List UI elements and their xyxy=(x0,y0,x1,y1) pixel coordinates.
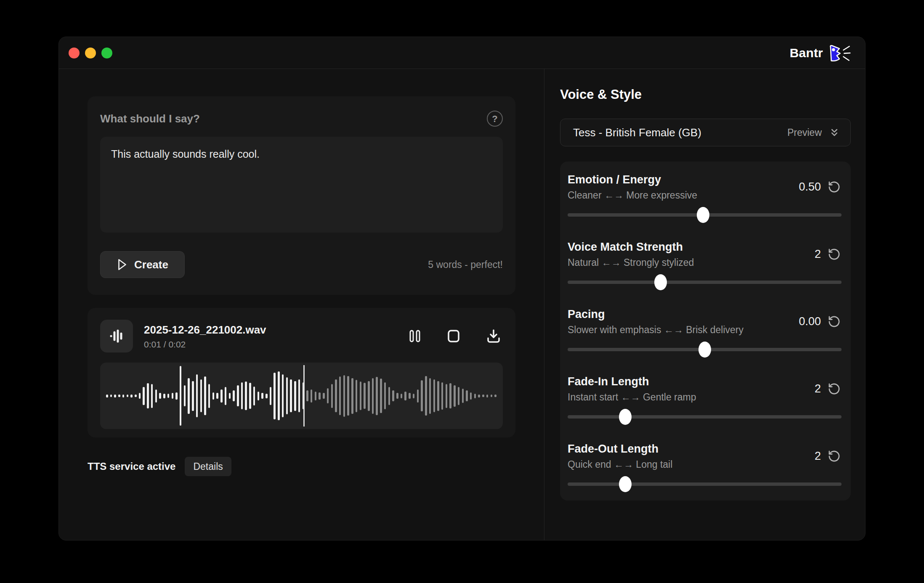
traffic-lights xyxy=(69,48,112,58)
titlebar: Bantr xyxy=(59,37,865,69)
script-text-input[interactable]: This actually sounds really cool. xyxy=(100,137,503,233)
reset-button[interactable] xyxy=(827,247,842,262)
pause-icon xyxy=(409,329,421,343)
composer-label: What should I say? xyxy=(100,112,487,125)
pause-button[interactable] xyxy=(407,327,423,345)
waveform-bar xyxy=(356,380,358,412)
waveform-bar xyxy=(425,376,427,416)
slider-track[interactable] xyxy=(568,348,842,351)
waveform-bar xyxy=(433,379,435,412)
app-window: Bantr What should I say? ? This actually… xyxy=(58,37,866,541)
help-icon[interactable]: ? xyxy=(487,111,503,127)
reset-button[interactable] xyxy=(827,180,842,194)
waveform-bar xyxy=(249,383,251,409)
waveform-bar xyxy=(417,390,419,403)
reset-button[interactable] xyxy=(827,449,842,464)
waveform-bar xyxy=(372,378,374,414)
waveform-bar xyxy=(458,387,460,405)
sliders-card: Emotion / Energy Cleaner ←→ More express… xyxy=(560,162,851,501)
waveform-bar xyxy=(491,395,493,397)
slider-thumb[interactable] xyxy=(619,476,632,492)
waveform-bar xyxy=(258,392,260,400)
composer-card: What should I say? ? This actually sound… xyxy=(88,96,515,295)
voice-style-panel: Voice & Style Tess - British Female (GB)… xyxy=(544,69,865,540)
slider-title: Fade-In Length xyxy=(568,374,696,389)
waveform-bar xyxy=(306,390,308,401)
slider-group-fade-in: Fade-In Length Instant start ←→ Gentle r… xyxy=(568,374,842,442)
audio-filename: 2025-12-26_221002.wav xyxy=(144,323,266,337)
slider-hint: Natural ←→ Strongly stylized xyxy=(568,257,694,268)
waveform-bar xyxy=(212,392,215,400)
waveform-bar xyxy=(114,395,116,398)
waveform-bar xyxy=(327,388,329,403)
slider-hint: Cleaner ←→ More expressive xyxy=(568,189,697,201)
waveform-bar xyxy=(466,390,468,401)
waveform-bar xyxy=(298,379,300,412)
waveform-bar xyxy=(486,395,489,398)
waveform-bar xyxy=(143,387,145,405)
voice-value: Tess - British Female (GB) xyxy=(573,126,701,139)
preview-label[interactable]: Preview xyxy=(787,127,822,138)
waveform-bar xyxy=(294,381,296,411)
slider-track[interactable] xyxy=(568,213,842,217)
waveform-bar xyxy=(413,394,415,398)
slider-value: 0.50 xyxy=(799,180,821,193)
download-button[interactable] xyxy=(484,327,503,345)
play-icon xyxy=(117,258,127,271)
waveform-bar xyxy=(188,378,190,414)
slider-hint: Quick end ←→ Long tail xyxy=(568,458,672,470)
waveform-bar xyxy=(343,375,345,417)
waveform-bar xyxy=(163,394,165,398)
details-button[interactable]: Details xyxy=(185,457,231,476)
voice-selector[interactable]: Tess - British Female (GB) Preview xyxy=(560,119,851,146)
waveform-bar xyxy=(122,395,125,398)
waveform-bar xyxy=(384,382,386,409)
waveform-bar xyxy=(470,392,472,400)
slider-hint: Slower with emphasis ←→ Brisk delivery xyxy=(568,324,743,336)
waveform-bar xyxy=(315,392,317,400)
waveform-bar xyxy=(270,387,272,405)
reset-button[interactable] xyxy=(827,314,842,329)
slider-value: 2 xyxy=(815,382,821,395)
status-row: TTS service active Details xyxy=(88,457,515,476)
slider-group-fade-out: Fade-Out Length Quick end ←→ Long tail 2 xyxy=(568,442,842,492)
slider-track[interactable] xyxy=(568,482,842,486)
create-button[interactable]: Create xyxy=(100,251,185,278)
waveform-bar xyxy=(266,394,268,398)
slider-thumb[interactable] xyxy=(619,409,632,425)
waveform-bar xyxy=(311,390,313,403)
slider-thumb[interactable] xyxy=(698,342,711,358)
waveform-bar xyxy=(339,376,341,415)
waveform-bar xyxy=(482,395,484,397)
slider-thumb[interactable] xyxy=(654,274,667,290)
waveform-bar xyxy=(229,393,231,399)
waveform[interactable] xyxy=(100,363,503,429)
panel-title: Voice & Style xyxy=(560,87,851,103)
waveform-bar xyxy=(167,394,170,398)
zoom-button[interactable] xyxy=(101,48,112,58)
waveform-bar xyxy=(360,382,362,410)
slider-title: Fade-Out Length xyxy=(568,442,672,456)
slider-track[interactable] xyxy=(568,415,842,419)
waveform-bar xyxy=(282,374,284,417)
playhead[interactable] xyxy=(303,365,305,427)
slider-thumb[interactable] xyxy=(697,207,709,223)
main-panel: What should I say? ? This actually sound… xyxy=(59,69,544,540)
close-button[interactable] xyxy=(69,48,80,58)
waveform-bar xyxy=(278,371,280,420)
waveform-bar xyxy=(127,395,129,397)
waveform-bar xyxy=(347,376,349,416)
waveform-bar xyxy=(409,393,411,399)
waveform-bar xyxy=(225,387,227,405)
waveform-bar xyxy=(396,393,398,399)
chevrons-down-icon xyxy=(828,127,840,138)
waveform-bar xyxy=(196,374,198,417)
stop-button[interactable] xyxy=(445,327,462,345)
waveform-bars xyxy=(106,363,497,429)
reset-button[interactable] xyxy=(827,382,842,396)
minimize-button[interactable] xyxy=(85,48,96,58)
waveform-bar xyxy=(462,389,464,403)
slider-track[interactable] xyxy=(568,281,842,284)
slider-title: Voice Match Strength xyxy=(568,240,694,254)
waveform-bar xyxy=(253,387,255,405)
